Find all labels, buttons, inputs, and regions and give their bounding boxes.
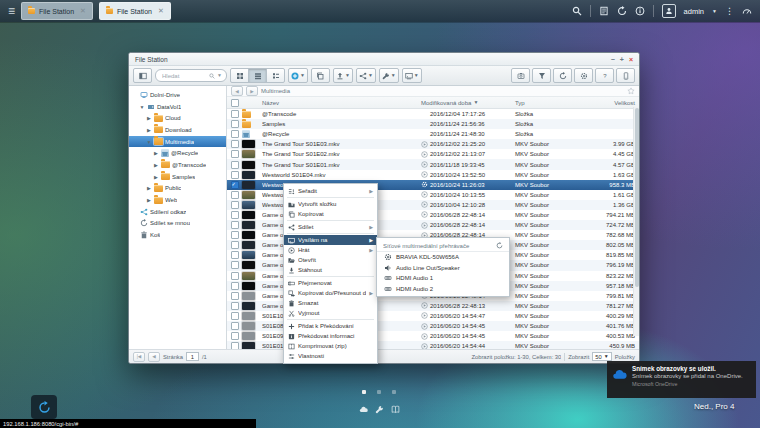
media-badge[interactable] [421,201,428,208]
menu-item-vyjmout[interactable]: Vyjmout [284,308,377,318]
row-checkbox[interactable] [231,150,239,158]
row-checkbox[interactable] [231,120,239,128]
tree-collapsed-icon[interactable]: ▶ [146,127,152,133]
share-button[interactable]: ▼ [356,68,376,83]
file-row-the-grand-tour-s01e01-mkv[interactable]: The Grand Tour S01E01.mkv2016/11/18 19:3… [227,159,639,169]
media-badge[interactable] [421,141,428,148]
row-checkbox[interactable] [231,261,239,269]
menu-item-vys-l-m-na[interactable]: Vysílám na▶ [284,235,377,245]
row-checkbox[interactable] [231,332,239,340]
create-button[interactable]: ▼ [288,68,308,83]
media-badge[interactable] [421,181,428,188]
menu-item-otev-t[interactable]: Otevřít [284,255,377,265]
sidebar-item-sd-len-odkaz[interactable]: Sdílení odkaz [129,206,226,218]
row-checkbox[interactable] [231,302,239,310]
sidebar-item-datavol1[interactable]: ▼DataVol1 [129,101,226,113]
prev-page-button[interactable]: ◀ [148,352,160,362]
menu-item-se-adit[interactable]: Seřadit▶ [284,186,377,196]
page-size-select[interactable]: 50▼ [592,352,611,362]
refresh-button[interactable] [553,68,572,83]
row-checkbox[interactable] [231,312,239,320]
cast-device-hdmi-audio-2[interactable]: HDMI Audio 2 [377,284,509,295]
list-view-button[interactable] [248,68,267,83]
select-all-checkbox[interactable] [231,99,239,107]
row-checkbox[interactable] [231,322,239,330]
column-name[interactable]: Název [262,100,421,106]
more-menu-icon[interactable]: ⋮ [725,6,734,16]
media-badge[interactable] [421,222,428,229]
sidebar-item-ko[interactable]: Koš [129,229,226,241]
row-checkbox[interactable] [231,211,239,219]
toggle-sidebar-button[interactable] [133,68,152,83]
tree-expanded-icon[interactable]: ▼ [146,139,152,145]
menu-item-smazat[interactable]: Smazat [284,298,377,308]
row-checkbox[interactable] [231,110,239,118]
forward-button[interactable]: ▶ [246,86,258,96]
row-checkbox[interactable] [231,241,239,249]
refresh-icon[interactable] [496,242,503,249]
tree-collapsed-icon[interactable]: ▶ [146,115,152,121]
sidebar-item-doln-drive[interactable]: Dolní-Drive [129,89,226,101]
back-button[interactable]: ◀ [231,86,243,96]
sidebar-item-download[interactable]: ▶Download [129,124,226,136]
background-tasks-icon[interactable] [599,6,609,16]
chevron-down-icon[interactable]: ▼ [217,73,222,78]
copy-button[interactable] [311,68,330,83]
minimize-button[interactable]: − [611,56,615,63]
row-checkbox[interactable] [231,201,239,209]
row-checkbox[interactable] [231,231,239,239]
scrollbar-thumb[interactable] [635,108,639,287]
close-icon[interactable]: ✕ [158,7,164,15]
media-badge[interactable] [421,343,428,349]
media-badge[interactable] [421,161,428,168]
row-checkbox[interactable] [231,161,239,169]
cast-device-hdmi-audio-1[interactable]: HDMI Audio 1 [377,273,509,284]
scrollbar[interactable] [633,107,639,336]
network-media-button[interactable]: ▼ [402,68,422,83]
tree-collapsed-icon[interactable]: ▶ [146,185,152,191]
menu-item-p-ejmenovat[interactable]: Přejmenovat [284,278,377,288]
tree-collapsed-icon[interactable]: ▶ [153,150,159,156]
myqnapcloud-icon[interactable] [359,405,368,414]
tools-button[interactable]: ▼ [379,68,399,83]
window-titlebar[interactable]: File Station − + × [129,53,639,66]
favorite-star-icon[interactable] [627,87,635,95]
mobile-button[interactable] [616,68,635,83]
media-badge[interactable] [421,333,428,340]
menu-item-st-hnout[interactable]: Stáhnout [284,265,377,275]
upload-button[interactable]: ▼ [333,68,353,83]
dashboard-icon[interactable] [742,6,752,16]
thumbnail-view-button[interactable] [230,68,249,83]
row-checkbox[interactable] [231,282,239,290]
snapshot-button[interactable] [511,68,530,83]
search-box[interactable]: ▼ [155,69,227,82]
sidebar-item-transcode[interactable]: ▶@Transcode [129,159,226,171]
maximize-button[interactable]: + [620,56,624,63]
close-icon[interactable]: ✕ [80,7,86,15]
file-row-transcode[interactable]: @Transcode2016/12/04 17:17:26Složka [227,109,639,119]
file-row-the-grand-tour-s01e03-mkv[interactable]: The Grand Tour S01E03.mkv2016/12/02 21:2… [227,139,639,149]
tree-expanded-icon[interactable]: ▼ [139,104,145,110]
row-checkbox[interactable] [231,181,239,189]
chevron-down-icon[interactable]: ▼ [712,9,717,14]
file-row-recycle[interactable]: @Recycle2016/11/24 21:48:30Složka [227,129,639,139]
menu-item-hr-t[interactable]: Hrát▶ [284,245,377,255]
sidebar-item-public[interactable]: ▶Public [129,183,226,195]
sidebar-item-sd-let-se-mnou[interactable]: Sdílet se mnou [129,218,226,230]
menu-item-p-idat-k-p-ek-dov-n[interactable]: Přidat k Překódování [284,321,377,331]
notifications-icon[interactable] [635,6,645,16]
column-size[interactable]: Velikost [585,100,639,106]
row-checkbox[interactable] [231,221,239,229]
filter-button[interactable] [532,68,551,83]
breadcrumb[interactable]: Multimedia [261,88,290,94]
page-dot-3[interactable] [392,390,396,394]
manual-icon[interactable] [391,405,400,414]
media-badge[interactable] [421,323,428,330]
tree-collapsed-icon[interactable]: ▶ [146,197,152,203]
media-badge[interactable] [421,312,428,319]
search-input[interactable] [160,72,207,80]
media-badge[interactable] [421,191,428,198]
media-badge[interactable] [421,111,428,118]
main-menu-icon[interactable]: ≡ [8,5,15,17]
taskbar-tab-file-station-2[interactable]: File Station ✕ [99,2,171,20]
